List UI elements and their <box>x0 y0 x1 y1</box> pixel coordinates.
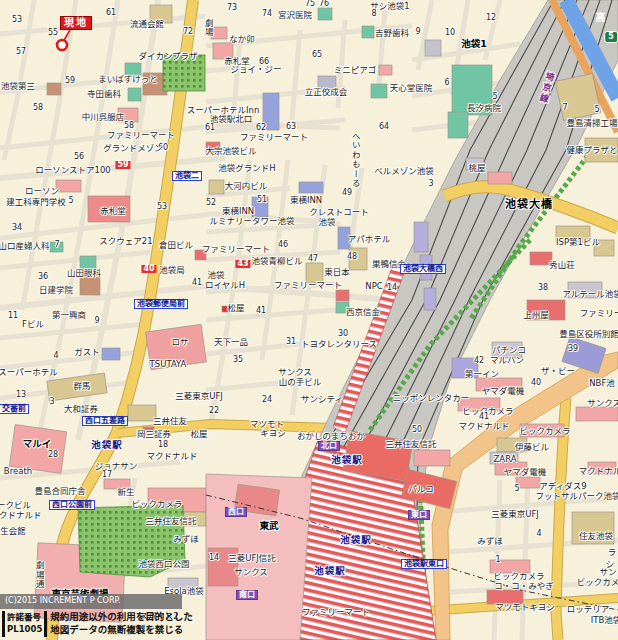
copyright-bar: (C)2015 INCREMENT P CORP. <box>0 594 182 609</box>
license-number: PL1005 <box>7 624 42 636</box>
license-number-label: 許諾番号 <box>7 612 42 624</box>
legal-text: 規約用途以外の利用を目的とした 地図データの無断複製を禁じる <box>50 611 193 637</box>
map-canvas[interactable] <box>0 0 618 640</box>
map-root: 5361555759585856607273747576流通会館劇場ダイカンプラ… <box>0 0 618 640</box>
license-number-box: 許諾番号 PL1005 <box>2 611 47 637</box>
legal-line-2: 地図データの無断複製を禁じる <box>50 624 193 637</box>
legal-line-1: 規約用途以外の利用を目的とした <box>50 611 193 624</box>
copyright-text: (C)2015 INCREMENT P CORP. <box>5 596 121 605</box>
license-block: 許諾番号 PL1005 規約用途以外の利用を目的とした 地図データの無断複製を禁… <box>2 611 193 637</box>
current-location-label: 現地 <box>60 16 92 30</box>
